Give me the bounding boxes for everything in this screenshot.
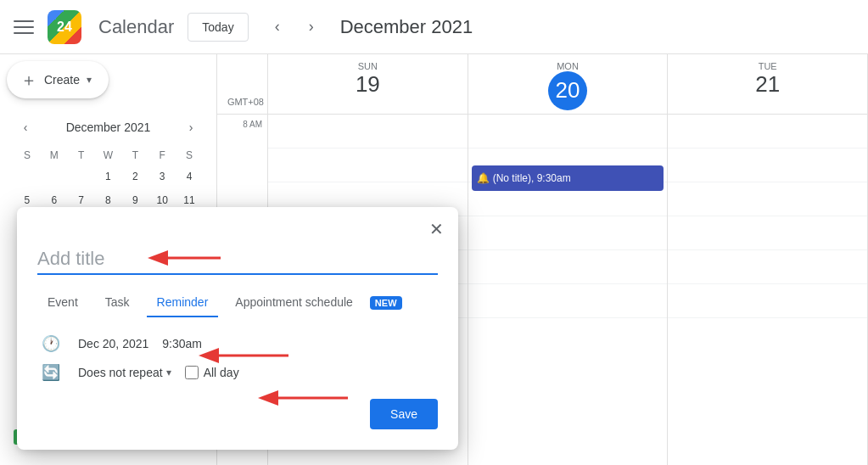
save-button[interactable]: Save [370, 399, 438, 429]
mini-cal-next[interactable]: › [179, 115, 203, 139]
clock-icon: 🕐 [37, 334, 64, 353]
day-header-m: M [41, 146, 68, 165]
mini-cal-day [14, 165, 41, 188]
day-header-t1: T [68, 146, 95, 165]
repeat-dropdown-icon: ▾ [166, 367, 171, 378]
event-icon: 🔔 [477, 172, 490, 184]
prev-arrow[interactable]: ‹ [262, 12, 293, 42]
tue-col[interactable] [668, 115, 868, 465]
plus-icon: ＋ [20, 71, 37, 88]
mini-cal-day[interactable]: 4 [176, 165, 203, 188]
header-date: December 2021 [340, 16, 473, 38]
mini-cal-day[interactable]: 3 [148, 165, 176, 188]
repeat-row: 🔄 Does not repeat ▾ All day [37, 363, 438, 382]
mini-cal-title: December 2021 [66, 120, 151, 134]
event-label: (No title), 9:30am [493, 172, 571, 184]
time-value[interactable]: 9:30am [162, 337, 202, 350]
tab-event[interactable]: Event [37, 289, 88, 317]
app-title: Calendar [98, 16, 174, 38]
mini-cal-day [41, 165, 68, 188]
allday-checkbox[interactable] [185, 366, 199, 379]
day-col-mon: MON 20 [468, 54, 669, 114]
title-input-row [37, 244, 438, 275]
chevron-down-icon: ▾ [87, 74, 92, 86]
repeat-button[interactable]: Does not repeat ▾ [78, 366, 171, 379]
title-input[interactable] [37, 244, 438, 275]
dialog-footer: Save [37, 392, 438, 429]
google-calendar-logo: 24 [48, 10, 81, 44]
day-header-t2: T [121, 146, 148, 165]
create-label: Create [44, 73, 80, 87]
next-arrow[interactable]: › [296, 12, 327, 42]
day-header-w: W [95, 146, 122, 165]
today-button[interactable]: Today [188, 13, 248, 42]
day-header-s1: S [14, 146, 41, 165]
mon-col[interactable]: 🔔 (No title), 9:30am [468, 115, 669, 465]
repeat-icon: 🔄 [37, 363, 64, 382]
create-button[interactable]: ＋ Create ▾ [7, 61, 109, 98]
date-value[interactable]: Dec 20, 2021 [78, 337, 148, 350]
gmt-label: GMT+08 [217, 54, 268, 114]
tab-appointment[interactable]: Appointment schedule [225, 289, 363, 317]
mini-cal-day[interactable]: 2 [121, 165, 148, 188]
tab-task[interactable]: Task [95, 289, 140, 317]
new-badge: NEW [370, 296, 402, 310]
event-chip[interactable]: 🔔 (No title), 9:30am [472, 165, 664, 191]
mini-cal-prev[interactable]: ‹ [14, 115, 37, 139]
repeat-label: Does not repeat [78, 366, 163, 379]
mini-cal-day [68, 165, 95, 188]
menu-icon[interactable] [14, 17, 34, 37]
day-col-sun: SUN 19 [268, 54, 468, 114]
tab-reminder[interactable]: Reminder [147, 289, 219, 317]
event-dialog: ✕ Event Task Reminder Appointment schedu… [17, 207, 458, 450]
allday-label[interactable]: All day [185, 366, 239, 379]
close-button[interactable]: ✕ [421, 214, 451, 244]
day-header-f: F [148, 146, 176, 165]
day-col-tue: TUE 21 [668, 54, 868, 114]
type-tabs: Event Task Reminder Appointment schedule… [37, 289, 438, 317]
mini-cal-day[interactable]: 1 [95, 165, 122, 188]
allday-text: All day [204, 366, 239, 379]
time-8am: 8 AM [243, 120, 262, 129]
datetime-row: 🕐 Dec 20, 2021 9:30am [37, 334, 438, 353]
day-header-s2: S [176, 146, 203, 165]
